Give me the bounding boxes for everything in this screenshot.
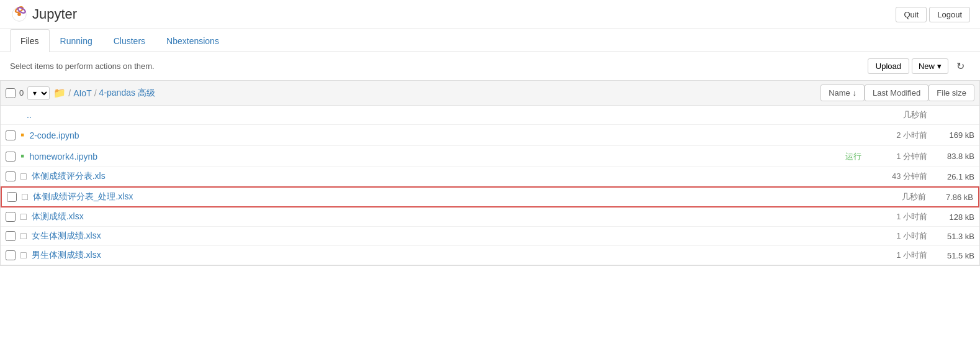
tab-files[interactable]: Files: [10, 29, 50, 52]
file-row: ▪ 2-code.ipynb 2 小时前 169 kB: [1, 125, 979, 146]
col-last-modified-button[interactable]: Last Modified: [865, 84, 928, 101]
file-modified: 1 分钟前: [871, 151, 927, 162]
file-modified: 1 小时前: [871, 230, 927, 242]
file-icon: □: [22, 191, 28, 203]
file-icon: □: [20, 211, 27, 222]
checkbox-count: 0: [19, 88, 24, 98]
file-modified: 几秒前: [871, 109, 927, 121]
file-meta: 43 分钟前 26.1 kB: [871, 171, 974, 182]
file-row: ▪ homework4.ipynb 运行 1 分钟前 83.8 kB: [1, 146, 979, 167]
select-all-checkbox[interactable]: [6, 88, 16, 98]
breadcrumb-sep2: /: [94, 88, 97, 98]
browser-header-right: Name ↓ Last Modified File size: [820, 84, 974, 101]
app-header: Jupyter Quit Logout: [0, 0, 980, 29]
file-size: 169 kB: [937, 130, 974, 140]
col-name-button[interactable]: Name ↓: [820, 84, 865, 101]
file-checkbox[interactable]: [6, 212, 16, 222]
file-checkbox[interactable]: [6, 231, 16, 241]
file-row: □ 体侧成绩评分表_处理.xlsx 几秒前 7.86 kB: [1, 186, 979, 207]
file-size: 26.1 kB: [937, 172, 974, 181]
file-icon: □: [20, 250, 27, 261]
refresh-button[interactable]: ↻: [951, 57, 970, 75]
file-name-link[interactable]: 女生体测成绩.xlsx: [32, 230, 101, 242]
tab-running[interactable]: Running: [50, 29, 103, 52]
browser-header: 0 ▾ 📁 / AIoT / 4-pandas 高级 Name ↓ Last M…: [0, 80, 980, 105]
file-row-left: □ 体侧成绩评分表.xls: [6, 171, 871, 182]
file-size: 128 kB: [937, 212, 974, 222]
file-row-left: □ 女生体测成绩.xlsx: [6, 230, 871, 242]
parent-dir-row: .. 几秒前: [1, 106, 979, 125]
file-modified: 1 小时前: [871, 250, 927, 261]
notebook-icon: ▪: [20, 129, 24, 142]
notebook-icon: ▪: [20, 150, 24, 163]
folder-icon: 📁: [53, 87, 66, 99]
new-button-label: New: [919, 62, 935, 71]
file-size: 83.8 kB: [937, 152, 974, 161]
file-row: □ 体测成绩.xlsx 1 小时前 128 kB: [1, 207, 979, 227]
parent-meta: 几秒前: [871, 109, 974, 121]
file-modified: 1 小时前: [871, 211, 927, 222]
file-status: 运行: [845, 151, 861, 162]
file-row: □ 女生体测成绩.xlsx 1 小时前 51.3 kB: [1, 227, 979, 246]
svg-point-3: [17, 12, 21, 16]
file-size: 7.86 kB: [936, 193, 973, 202]
quit-button[interactable]: Quit: [896, 7, 927, 22]
file-row: □ 男生体测成绩.xlsx 1 小时前 51.5 kB: [1, 246, 979, 265]
file-meta: 2 小时前 169 kB: [871, 130, 974, 141]
tab-clusters[interactable]: Clusters: [103, 29, 156, 52]
file-name-link[interactable]: homework4.ipynb: [29, 152, 97, 162]
file-meta: 1 小时前 51.3 kB: [871, 230, 974, 242]
toolbar-help-text: Select items to perform actions on them.: [10, 62, 155, 71]
file-modified: 几秒前: [870, 191, 926, 203]
new-dropdown-icon: ▾: [937, 62, 942, 71]
file-row-left: ▪ 2-code.ipynb: [6, 129, 871, 142]
file-meta: 运行 1 分钟前 83.8 kB: [845, 151, 974, 162]
main-tabs: Files Running Clusters Nbextensions: [0, 29, 980, 52]
file-name-link[interactable]: 体测成绩.xlsx: [32, 211, 84, 222]
file-name-link[interactable]: 体侧成绩评分表_处理.xlsx: [33, 191, 133, 203]
col-name-label: Name: [829, 88, 850, 98]
file-size: 51.3 kB: [937, 232, 974, 241]
file-checkbox[interactable]: [6, 152, 16, 162]
file-row-left: ▪ homework4.ipynb: [6, 150, 845, 163]
file-list: .. 几秒前 ▪ 2-code.ipynb 2 小时前 169 kB ▪ hom…: [0, 105, 980, 266]
file-icon: □: [20, 230, 27, 242]
toolbar-actions: Upload New ▾ ↻: [868, 57, 970, 75]
file-checkbox[interactable]: [7, 192, 17, 202]
parent-dir-link[interactable]: ..: [27, 110, 32, 120]
new-button[interactable]: New ▾: [912, 58, 948, 74]
file-toolbar: Select items to perform actions on them.…: [0, 52, 980, 80]
breadcrumb-sep: /: [68, 88, 71, 98]
file-name-link[interactable]: 男生体测成绩.xlsx: [32, 250, 101, 261]
file-icon: □: [20, 171, 27, 182]
file-checkbox[interactable]: [6, 130, 16, 140]
file-row-left: □ 男生体测成绩.xlsx: [6, 250, 871, 261]
file-row-left: □ 体侧成绩评分表_处理.xlsx: [7, 191, 870, 203]
file-row: □ 体侧成绩评分表.xls 43 分钟前 26.1 kB: [1, 167, 979, 186]
breadcrumb-pandas[interactable]: 4-pandas 高级: [99, 88, 155, 99]
file-checkbox[interactable]: [6, 171, 16, 181]
file-checkbox[interactable]: [6, 250, 16, 260]
file-name-link[interactable]: 体侧成绩评分表.xls: [32, 171, 106, 182]
app-title: Jupyter: [32, 6, 77, 22]
breadcrumb: 📁 / AIoT / 4-pandas 高级: [53, 87, 155, 99]
jupyter-logo: Jupyter: [10, 5, 77, 24]
sort-arrow-icon: ↓: [852, 88, 856, 98]
sort-dropdown[interactable]: ▾: [27, 86, 50, 100]
file-row-left: □ 体测成绩.xlsx: [6, 211, 871, 222]
file-modified: 2 小时前: [871, 130, 927, 141]
file-size: 51.5 kB: [937, 251, 974, 260]
breadcrumb-aiot[interactable]: AIoT: [73, 88, 92, 98]
file-modified: 43 分钟前: [871, 171, 927, 182]
tab-nbextensions[interactable]: Nbextensions: [156, 29, 230, 52]
jupyter-logo-icon: [10, 5, 29, 24]
file-meta: 几秒前 7.86 kB: [870, 191, 973, 203]
upload-button[interactable]: Upload: [868, 58, 909, 74]
header-actions: Quit Logout: [896, 7, 970, 22]
browser-header-left: 0 ▾ 📁 / AIoT / 4-pandas 高级: [6, 86, 820, 100]
logout-button[interactable]: Logout: [929, 7, 970, 22]
file-name-link[interactable]: 2-code.ipynb: [29, 130, 79, 140]
col-file-size-button[interactable]: File size: [928, 84, 974, 101]
file-meta: 1 小时前 128 kB: [871, 211, 974, 222]
file-meta: 1 小时前 51.5 kB: [871, 250, 974, 261]
